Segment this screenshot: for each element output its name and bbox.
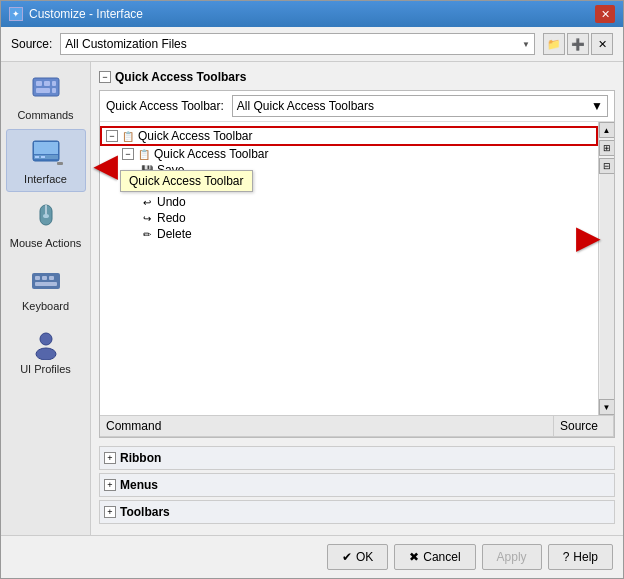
sidebar-item-ui-profiles-label: UI Profiles xyxy=(20,363,71,375)
svg-point-21 xyxy=(36,348,56,360)
source-value: All Customization Files xyxy=(65,37,186,51)
tree-icon-qa: 📋 xyxy=(121,129,135,143)
tree-label-redo: Redo xyxy=(157,211,186,225)
tree-icon-qa-sub: 📋 xyxy=(137,147,151,161)
tree-label-delete: Delete xyxy=(157,227,192,241)
right-panel: − Quick Access Toolbars Quick Access Too… xyxy=(91,62,623,535)
source-remove-button[interactable]: ✕ xyxy=(591,33,613,55)
cancel-button[interactable]: ✖ Cancel xyxy=(394,544,475,570)
qa-toolbar-dropdown[interactable]: All Quick Access Toolbars ▼ xyxy=(232,95,608,117)
side-action-btn-2[interactable]: ⊟ xyxy=(599,158,615,174)
svg-rect-16 xyxy=(35,276,40,280)
title-bar-left: ✦ Customize - Interface xyxy=(9,7,143,21)
tree-item-delete[interactable]: ✏ Delete xyxy=(100,226,598,242)
ui-profiles-icon xyxy=(29,326,63,360)
ok-icon: ✔ xyxy=(342,550,352,564)
menus-expand-button[interactable]: + xyxy=(104,479,116,491)
tree-item-redo[interactable]: ↪ Redo xyxy=(100,210,598,226)
window-title: Customize - Interface xyxy=(29,7,143,21)
source-dropdown-arrow: ▼ xyxy=(522,40,530,49)
tree-area: − 📋 Quick Access Toolbar − 📋 Quick Acces… xyxy=(100,122,614,415)
close-button[interactable]: ✕ xyxy=(595,5,615,23)
table-col-source: Source xyxy=(554,416,614,436)
mouse-actions-icon xyxy=(29,200,63,234)
source-dropdown[interactable]: All Customization Files ▼ xyxy=(60,33,535,55)
qa-toolbar-dropdown-arrow: ▼ xyxy=(591,99,603,113)
ok-button[interactable]: ✔ OK xyxy=(327,544,388,570)
cancel-label: Cancel xyxy=(423,550,460,564)
sidebar-item-mouse-actions[interactable]: Mouse Actions xyxy=(6,194,86,255)
table-header: Command Source xyxy=(100,415,614,437)
tree-expand-qa-sub[interactable]: − xyxy=(122,148,134,160)
toolbar-area: Quick Access Toolbar: All Quick Access T… xyxy=(99,90,615,438)
section-title: Quick Access Toolbars xyxy=(115,70,246,84)
svg-rect-10 xyxy=(41,156,45,158)
bottom-sections: + Ribbon + Menus + Toolbars xyxy=(99,446,615,527)
source-add-button[interactable]: ➕ xyxy=(567,33,589,55)
svg-point-14 xyxy=(43,214,49,218)
tree-item-qa-sub-container: − 📋 Quick Access Toolbar Quick Access To… xyxy=(100,146,598,162)
svg-point-20 xyxy=(40,333,52,345)
tree-item-qa-sub[interactable]: − 📋 Quick Access Toolbar xyxy=(100,146,598,162)
toolbars-expand-button[interactable]: + xyxy=(104,506,116,518)
sidebar: Commands Interface xyxy=(1,62,91,535)
ribbon-expand-button[interactable]: + xyxy=(104,452,116,464)
tree-label-qa-sub: Quick Access Toolbar xyxy=(154,147,269,161)
svg-rect-3 xyxy=(52,81,56,86)
tree-label-undo: Undo xyxy=(157,195,186,209)
sidebar-item-commands-label: Commands xyxy=(17,109,73,121)
source-folder-button[interactable]: 📁 xyxy=(543,33,565,55)
source-label: Source: xyxy=(11,37,52,51)
apply-button[interactable]: Apply xyxy=(482,544,542,570)
tree-item-undo[interactable]: ↩ Undo xyxy=(100,194,598,210)
sidebar-item-keyboard[interactable]: Keyboard xyxy=(6,257,86,318)
svg-rect-9 xyxy=(35,156,39,158)
side-action-btn-1[interactable]: ⊞ xyxy=(599,140,615,156)
qa-toolbar-label: Quick Access Toolbar: xyxy=(106,99,224,113)
scroll-down-button[interactable]: ▼ xyxy=(599,399,615,415)
interface-icon xyxy=(29,136,63,170)
table-col-command: Command xyxy=(100,416,554,436)
svg-rect-1 xyxy=(36,81,42,86)
bottom-section-menus[interactable]: + Menus xyxy=(99,473,615,497)
tree-content: − 📋 Quick Access Toolbar − 📋 Quick Acces… xyxy=(100,122,598,415)
cancel-icon: ✖ xyxy=(409,550,419,564)
sidebar-item-interface[interactable]: Interface xyxy=(6,129,86,192)
source-bar: Source: All Customization Files ▼ 📁 ➕ ✕ xyxy=(1,27,623,62)
bottom-section-ribbon[interactable]: + Ribbon xyxy=(99,446,615,470)
sidebar-item-mouse-label: Mouse Actions xyxy=(10,237,82,249)
scroll-up-button[interactable]: ▲ xyxy=(599,122,615,138)
tree-icon-delete: ✏ xyxy=(140,227,154,241)
tree-icon-redo: ↪ xyxy=(140,211,154,225)
tree-expand-qa[interactable]: − xyxy=(106,130,118,142)
section-expand-button[interactable]: − xyxy=(99,71,111,83)
main-content: Commands Interface xyxy=(1,62,623,535)
footer: ✔ OK ✖ Cancel Apply ? Help xyxy=(1,535,623,578)
source-action-buttons: 📁 ➕ ✕ xyxy=(543,33,613,55)
svg-rect-11 xyxy=(57,162,63,165)
sidebar-item-ui-profiles[interactable]: UI Profiles xyxy=(6,320,86,381)
sidebar-item-interface-label: Interface xyxy=(24,173,67,185)
svg-rect-7 xyxy=(34,142,58,154)
apply-label: Apply xyxy=(497,550,527,564)
help-button[interactable]: ? Help xyxy=(548,544,613,570)
svg-rect-19 xyxy=(35,282,57,286)
sidebar-item-commands[interactable]: Commands xyxy=(6,66,86,127)
svg-rect-17 xyxy=(42,276,47,280)
svg-rect-0 xyxy=(33,78,59,96)
scrollbar: ▲ ⊞ ⊟ ▼ xyxy=(598,122,614,415)
tree-icon-undo: ↩ xyxy=(140,195,154,209)
title-bar: ✦ Customize - Interface ✕ xyxy=(1,1,623,27)
svg-rect-2 xyxy=(44,81,50,86)
commands-icon xyxy=(29,72,63,106)
qa-toolbar-value: All Quick Access Toolbars xyxy=(237,99,374,113)
bottom-section-toolbars[interactable]: + Toolbars xyxy=(99,500,615,524)
svg-rect-5 xyxy=(52,88,56,93)
ribbon-label: Ribbon xyxy=(120,451,161,465)
help-label: Help xyxy=(573,550,598,564)
main-window: ✦ Customize - Interface ✕ Source: All Cu… xyxy=(0,0,624,579)
keyboard-icon xyxy=(29,263,63,297)
app-icon: ✦ xyxy=(9,7,23,21)
tree-label-qa: Quick Access Toolbar xyxy=(138,129,253,143)
tree-item-qa-toolbar[interactable]: − 📋 Quick Access Toolbar xyxy=(100,126,598,146)
